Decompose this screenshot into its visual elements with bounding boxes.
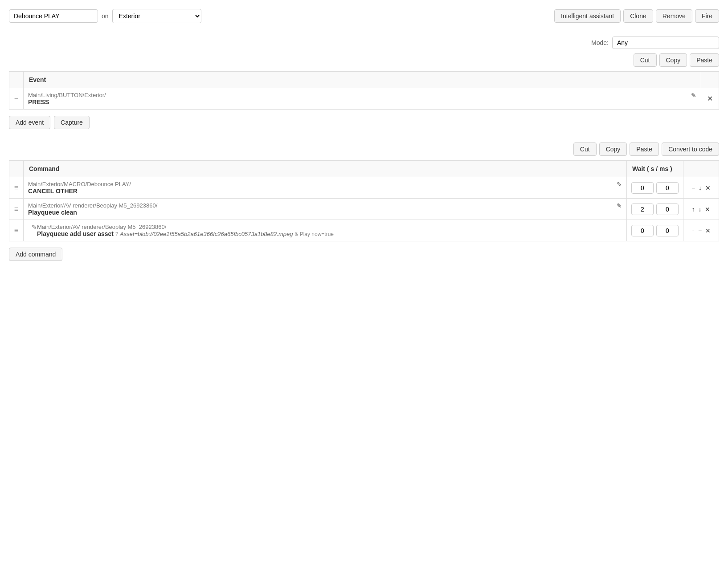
command-cut-button[interactable]: Cut bbox=[573, 142, 597, 156]
event-delete-icon[interactable]: ✕ bbox=[707, 95, 713, 102]
delete-icon-2[interactable]: ✕ bbox=[705, 206, 710, 213]
on-label: on bbox=[102, 12, 109, 20]
wait-s-input-1[interactable] bbox=[631, 182, 654, 194]
event-edit-icon[interactable]: ✎ bbox=[691, 92, 696, 99]
drag-handle: ≡ bbox=[9, 199, 24, 220]
fire-button[interactable]: Fire bbox=[695, 9, 719, 23]
cmd-command-3: Playqueue add user asset bbox=[37, 230, 114, 237]
table-row: − Main/Living/BUTTON/Exterior/ PRESS ✎ ✕ bbox=[9, 88, 719, 110]
wait-inputs-3 bbox=[631, 225, 679, 236]
event-path: Main/Living/BUTTON/Exterior/ bbox=[28, 92, 687, 98]
capture-button[interactable]: Capture bbox=[54, 116, 90, 129]
command-paste-button[interactable]: Paste bbox=[630, 142, 659, 156]
minus-icon-3[interactable]: − bbox=[698, 227, 702, 234]
mode-label: Mode: bbox=[591, 39, 609, 46]
command-action-buttons: Cut Copy Paste Convert to code bbox=[9, 142, 719, 156]
minus-icon-1[interactable]: − bbox=[691, 184, 695, 191]
down-icon-2[interactable]: ↓ bbox=[699, 206, 702, 213]
path-action-cell: Main/Living/BUTTON/Exterior/ PRESS ✎ bbox=[28, 92, 696, 106]
path-action-cell: Main/Exterior/AV renderer/Beoplay M5_269… bbox=[28, 202, 622, 216]
add-command-button[interactable]: Add command bbox=[9, 248, 62, 261]
cmd-command-2: Playqueue clean bbox=[28, 209, 613, 216]
table-row: ≡ Main/Exterior/MACRO/Debounce PLAY/ CAN… bbox=[9, 177, 719, 199]
path-content: Main/Exterior/AV renderer/Beoplay M5_269… bbox=[28, 202, 613, 216]
mode-input[interactable] bbox=[612, 37, 719, 49]
command-copy-button[interactable]: Copy bbox=[599, 142, 627, 156]
up-icon-3[interactable]: ↑ bbox=[691, 227, 695, 234]
cmd-edit-icon-1[interactable]: ✎ bbox=[617, 181, 622, 188]
event-copy-button[interactable]: Copy bbox=[659, 53, 687, 67]
cmd-col-actions bbox=[683, 161, 719, 177]
cmd-edit-icon-3[interactable]: ✎ bbox=[32, 224, 37, 231]
wait-inputs-1 bbox=[631, 182, 679, 194]
cmd-command-row-3: Playqueue add user asset ? Asset=blob://… bbox=[37, 230, 622, 237]
delete-icon-3[interactable]: ✕ bbox=[705, 227, 711, 234]
table-row: ≡ ✎ Main/Exterior/AV renderer/Beoplay M5… bbox=[9, 220, 719, 241]
event-cell: Main/Living/BUTTON/Exterior/ PRESS ✎ bbox=[24, 88, 701, 110]
down-icon-1[interactable]: ↓ bbox=[699, 184, 702, 191]
command-cell-1: Main/Exterior/MACRO/Debounce PLAY/ CANCE… bbox=[24, 177, 627, 199]
event-paste-button[interactable]: Paste bbox=[690, 53, 719, 67]
drag-handle: ≡ bbox=[9, 220, 24, 241]
path-content: Main/Living/BUTTON/Exterior/ PRESS bbox=[28, 92, 687, 106]
table-row: ≡ Main/Exterior/AV renderer/Beoplay M5_2… bbox=[9, 199, 719, 220]
wait-s-input-2[interactable] bbox=[631, 204, 654, 215]
events-col-actions bbox=[701, 72, 719, 88]
top-bar-actions: Intelligent assistant Clone Remove Fire bbox=[554, 9, 719, 23]
location-select[interactable]: ExteriorInteriorMainLiving bbox=[112, 9, 201, 23]
cmd-edit-icon-2[interactable]: ✎ bbox=[617, 202, 622, 209]
add-command-row: Add command bbox=[9, 248, 719, 261]
cmd-command-1: CANCEL OTHER bbox=[28, 187, 613, 195]
cmd-col-command: Command bbox=[24, 161, 627, 177]
mode-section: Mode: bbox=[9, 37, 719, 49]
wait-s-input-3[interactable] bbox=[631, 225, 654, 236]
add-event-row: Add event Capture bbox=[9, 116, 719, 129]
event-delete-cell: ✕ bbox=[701, 88, 719, 110]
cmd-path-1: Main/Exterior/MACRO/Debounce PLAY/ bbox=[28, 181, 613, 187]
wait-cell-2 bbox=[627, 199, 683, 220]
wait-inputs-2 bbox=[631, 204, 679, 215]
cmd-col-wait: Wait ( s / ms ) bbox=[627, 161, 683, 177]
path-action-cell: Main/Exterior/MACRO/Debounce PLAY/ CANCE… bbox=[28, 181, 622, 195]
name-input[interactable] bbox=[9, 9, 98, 23]
convert-to-code-button[interactable]: Convert to code bbox=[662, 142, 719, 156]
wait-cell-1 bbox=[627, 177, 683, 199]
cmd-asset-3: Asset=blob://02ee1f55a5b2a61e366fc26a65f… bbox=[120, 231, 293, 237]
events-col-drag bbox=[9, 72, 24, 88]
intelligent-assistant-button[interactable]: Intelligent assistant bbox=[554, 9, 621, 23]
event-command: PRESS bbox=[28, 98, 687, 106]
row-actions-3: ↑ − ✕ bbox=[683, 220, 719, 241]
commands-table: Command Wait ( s / ms ) ≡ Main/Exterior/… bbox=[9, 160, 719, 241]
wait-cell-3 bbox=[627, 220, 683, 241]
path-action-cell: ✎ Main/Exterior/AV renderer/Beoplay M5_2… bbox=[28, 224, 622, 237]
command-cell-2: Main/Exterior/AV renderer/Beoplay M5_269… bbox=[24, 199, 627, 220]
wait-ms-input-2[interactable] bbox=[656, 204, 679, 215]
wait-ms-input-1[interactable] bbox=[656, 182, 679, 194]
up-icon-2[interactable]: ↑ bbox=[692, 206, 695, 213]
wait-ms-input-3[interactable] bbox=[656, 225, 679, 236]
add-event-button[interactable]: Add event bbox=[9, 116, 50, 129]
row-actions-1: − ↓ ✕ bbox=[683, 177, 719, 199]
events-col-event: Event bbox=[24, 72, 701, 88]
drag-handle: − bbox=[9, 88, 24, 110]
events-table: Event − Main/Living/BUTTON/Exterior/ PRE… bbox=[9, 71, 719, 110]
cmd-col-drag bbox=[9, 161, 24, 177]
path-content: Main/Exterior/MACRO/Debounce PLAY/ CANCE… bbox=[28, 181, 613, 195]
event-action-buttons: Cut Copy Paste bbox=[9, 53, 719, 67]
cmd-asset-param-3: & Play now=true bbox=[294, 231, 334, 237]
clone-button[interactable]: Clone bbox=[623, 9, 653, 23]
event-cut-button[interactable]: Cut bbox=[634, 53, 657, 67]
cmd-path-2: Main/Exterior/AV renderer/Beoplay M5_269… bbox=[28, 202, 613, 209]
path-content: Main/Exterior/AV renderer/Beoplay M5_269… bbox=[37, 224, 622, 237]
drag-handle: ≡ bbox=[9, 177, 24, 199]
command-cell-3: ✎ Main/Exterior/AV renderer/Beoplay M5_2… bbox=[24, 220, 627, 241]
top-bar: on ExteriorInteriorMainLiving Intelligen… bbox=[9, 9, 719, 23]
cmd-path-3: Main/Exterior/AV renderer/Beoplay M5_269… bbox=[37, 224, 622, 230]
delete-icon-1[interactable]: ✕ bbox=[705, 184, 711, 191]
remove-button[interactable]: Remove bbox=[656, 9, 692, 23]
row-actions-2: ↑ ↓ ✕ bbox=[683, 199, 719, 220]
question-icon: ? bbox=[115, 231, 120, 237]
